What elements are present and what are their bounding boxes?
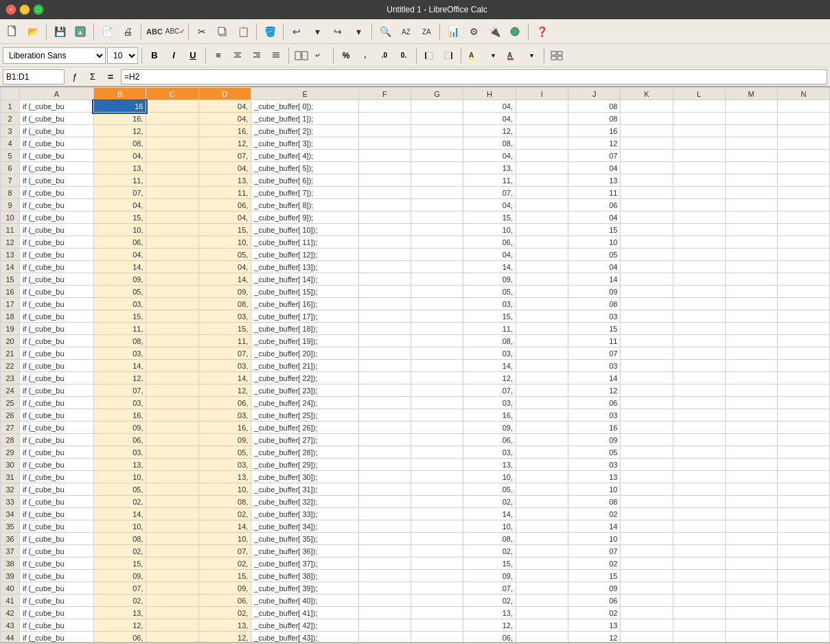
cell-G37[interactable]	[411, 545, 463, 557]
cell-K4[interactable]	[621, 137, 673, 150]
cell-C16[interactable]	[146, 286, 198, 298]
cell-N20[interactable]	[777, 335, 829, 347]
cell-K9[interactable]	[621, 199, 673, 211]
cell-B42[interactable]: 13,	[93, 607, 146, 619]
cell-K18[interactable]	[621, 310, 673, 323]
cell-N1[interactable]	[777, 100, 829, 113]
cell-C43[interactable]	[146, 619, 198, 632]
cell-C14[interactable]	[146, 261, 198, 273]
cell-H24[interactable]: 07,	[463, 384, 516, 397]
col-header-E[interactable]: E	[251, 88, 359, 100]
cell-B20[interactable]: 08,	[93, 335, 146, 347]
cell-J2[interactable]: 08	[568, 113, 621, 125]
cell-F25[interactable]	[358, 397, 411, 409]
spellcheck-button[interactable]: ABC	[145, 22, 164, 41]
cell-I1[interactable]	[516, 100, 568, 113]
cell-I35[interactable]	[516, 520, 568, 533]
cell-H21[interactable]: 03,	[463, 347, 516, 360]
cell-G36[interactable]	[411, 533, 463, 545]
cell-H10[interactable]: 15,	[463, 211, 516, 224]
cell-D40[interactable]: 09,	[198, 582, 251, 595]
cell-I28[interactable]	[516, 434, 568, 446]
cell-I4[interactable]	[516, 137, 568, 150]
cell-B44[interactable]: 06,	[93, 632, 146, 643]
cell-L22[interactable]	[673, 360, 725, 372]
cell-G3[interactable]	[411, 125, 463, 137]
col-header-J[interactable]: J	[568, 88, 621, 100]
cell-I32[interactable]	[516, 483, 568, 496]
cell-N33[interactable]	[777, 496, 829, 508]
cell-F14[interactable]	[358, 261, 411, 273]
cell-M41[interactable]	[725, 595, 777, 607]
cell-I30[interactable]	[516, 459, 568, 471]
cell-F18[interactable]	[358, 310, 411, 323]
cell-F10[interactable]	[358, 211, 411, 224]
cell-B14[interactable]: 14,	[93, 261, 146, 273]
cell-M11[interactable]	[725, 224, 777, 236]
cell-G22[interactable]	[411, 360, 463, 372]
cell-N6[interactable]	[777, 162, 829, 174]
cell-J5[interactable]: 07	[568, 150, 621, 162]
cell-E11[interactable]: _cube_buffer[ 10]);	[251, 224, 359, 236]
cell-J37[interactable]: 07	[568, 545, 621, 557]
cell-B29[interactable]: 03,	[93, 446, 146, 459]
cell-M4[interactable]	[725, 137, 777, 150]
cell-G39[interactable]	[411, 570, 463, 582]
cell-C31[interactable]	[146, 471, 198, 483]
cell-D28[interactable]: 09,	[198, 434, 251, 446]
cell-B34[interactable]: 14,	[93, 508, 146, 520]
cell-H39[interactable]: 09,	[463, 570, 516, 582]
cell-K44[interactable]	[621, 632, 673, 643]
cell-J4[interactable]: 12	[568, 137, 621, 150]
cell-D29[interactable]: 05,	[198, 446, 251, 459]
cell-H33[interactable]: 02,	[463, 496, 516, 508]
cell-B5[interactable]: 04,	[93, 150, 146, 162]
border-left-button[interactable]	[420, 47, 438, 64]
cell-G2[interactable]	[411, 113, 463, 125]
cell-J23[interactable]: 14	[568, 372, 621, 384]
cell-reference-box[interactable]	[3, 69, 65, 84]
cell-J40[interactable]: 09	[568, 582, 621, 595]
cell-I14[interactable]	[516, 261, 568, 273]
cell-C2[interactable]	[146, 113, 198, 125]
macro-button[interactable]: ⚙	[464, 22, 483, 41]
cell-B4[interactable]: 08,	[93, 137, 146, 150]
cell-M18[interactable]	[725, 310, 777, 323]
cell-H6[interactable]: 13,	[463, 162, 516, 174]
cell-G5[interactable]	[411, 150, 463, 162]
cell-B30[interactable]: 13,	[93, 459, 146, 471]
cell-G6[interactable]	[411, 162, 463, 174]
cell-E21[interactable]: _cube_buffer[ 20]);	[251, 347, 359, 360]
cell-J43[interactable]: 13	[568, 619, 621, 632]
cell-I23[interactable]	[516, 372, 568, 384]
cell-K39[interactable]	[621, 570, 673, 582]
cell-M25[interactable]	[725, 397, 777, 409]
cell-N29[interactable]	[777, 446, 829, 459]
cell-E42[interactable]: _cube_buffer[ 41]);	[251, 607, 359, 619]
cell-J11[interactable]: 15	[568, 224, 621, 236]
cell-J24[interactable]: 12	[568, 384, 621, 397]
cell-G12[interactable]	[411, 236, 463, 249]
cell-C34[interactable]	[146, 508, 198, 520]
cell-M2[interactable]	[725, 113, 777, 125]
format-paint-button[interactable]: 🪣	[260, 22, 279, 41]
cell-A32[interactable]: if (_cube_bu	[20, 483, 94, 496]
cell-B16[interactable]: 05,	[93, 286, 146, 298]
cell-M42[interactable]	[725, 607, 777, 619]
cell-E7[interactable]: _cube_buffer[ 6]);	[251, 174, 359, 187]
cell-C23[interactable]	[146, 372, 198, 384]
cell-D15[interactable]: 14,	[198, 273, 251, 286]
cell-I31[interactable]	[516, 471, 568, 483]
cell-L32[interactable]	[673, 483, 725, 496]
cell-G44[interactable]	[411, 632, 463, 643]
cell-C41[interactable]	[146, 595, 198, 607]
cell-N28[interactable]	[777, 434, 829, 446]
cell-C39[interactable]	[146, 570, 198, 582]
cell-A11[interactable]: if (_cube_bu	[20, 224, 94, 236]
cell-F3[interactable]	[358, 125, 411, 137]
cell-F37[interactable]	[358, 545, 411, 557]
col-header-N[interactable]: N	[777, 88, 829, 100]
cell-J6[interactable]: 04	[568, 162, 621, 174]
cell-C13[interactable]	[146, 249, 198, 261]
cell-H20[interactable]: 08,	[463, 335, 516, 347]
